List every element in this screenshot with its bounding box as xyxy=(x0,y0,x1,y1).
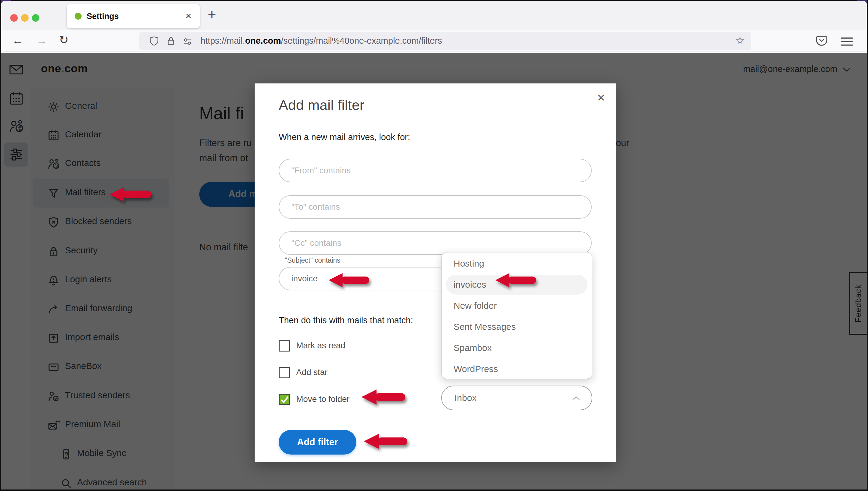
annotation-arrow-subject-invoice xyxy=(325,272,377,288)
add-filter-button[interactable]: Add filter xyxy=(279,430,356,455)
menu-hamburger-icon[interactable] xyxy=(840,37,854,47)
subject-contains-label: "Subject" contains xyxy=(285,256,340,264)
url-path: /settings/mail%40one-example.com/filters xyxy=(281,36,442,46)
close-icon[interactable]: × xyxy=(597,90,605,105)
actions-heading: Then do this with mails that match: xyxy=(279,315,413,325)
tab-favicon xyxy=(75,13,82,20)
tab-settings[interactable]: Settings × xyxy=(67,4,200,28)
annotation-arrow-mail-filters xyxy=(110,186,155,202)
permissions-icon[interactable] xyxy=(183,38,193,45)
chevron-up-icon xyxy=(572,396,580,401)
checkbox-unchecked[interactable] xyxy=(279,340,290,351)
cc-contains-field[interactable] xyxy=(279,231,592,255)
close-window-button[interactable] xyxy=(10,14,18,22)
annotation-arrow-add-filter xyxy=(364,433,411,450)
back-button[interactable]: ← xyxy=(12,32,24,48)
to-contains-field[interactable] xyxy=(279,195,592,219)
cc-contains-input[interactable] xyxy=(279,231,592,255)
annotation-arrow-move-to-folder xyxy=(361,389,410,405)
reload-button[interactable]: ↻ xyxy=(59,32,69,48)
tab-strip: Settings × + xyxy=(1,1,867,30)
browser-toolbar: ← → ↻ https://mail.one.com/settings/mail… xyxy=(1,30,867,52)
folder-select-value: Inbox xyxy=(455,393,476,403)
folder-option-wordpress[interactable]: WordPress xyxy=(441,358,592,379)
tracking-shield-icon[interactable] xyxy=(149,36,159,46)
folder-option-new-folder[interactable]: New folder xyxy=(441,295,592,316)
url-prefix: https://mail. xyxy=(200,36,245,46)
browser-window: Settings × + ← → ↻ https://mail.one.com/… xyxy=(1,1,867,490)
maximize-window-button[interactable] xyxy=(32,14,39,22)
pocket-icon[interactable] xyxy=(815,34,828,48)
annotation-arrow-invoices-option xyxy=(494,272,541,288)
minimize-window-button[interactable] xyxy=(21,14,29,22)
folder-option-sent-messages[interactable]: Sent Messages xyxy=(441,316,592,337)
page-viewport: one.com mail@one-example.com @ xyxy=(1,53,867,490)
lock-icon[interactable] xyxy=(166,36,176,46)
to-contains-input[interactable] xyxy=(279,195,592,219)
from-contains-input[interactable] xyxy=(279,159,592,182)
url-text[interactable]: https://mail.one.com/settings/mail%40one… xyxy=(200,36,442,46)
folder-option-spambox[interactable]: Spambox xyxy=(441,337,592,358)
bookmark-star-icon[interactable]: ☆ xyxy=(736,34,745,47)
checkbox-checked[interactable] xyxy=(279,394,290,405)
from-contains-field[interactable] xyxy=(279,159,592,182)
folder-dropdown-list: Hosting invoices New folder Sent Message… xyxy=(441,252,592,379)
url-bar[interactable]: https://mail.one.com/settings/mail%40one… xyxy=(139,32,751,50)
folder-select[interactable]: Inbox xyxy=(441,385,592,410)
checkmark-icon xyxy=(280,396,289,404)
tab-close-icon[interactable]: × xyxy=(185,10,191,22)
screenshot-root: Settings × + ← → ↻ https://mail.one.com/… xyxy=(0,0,868,491)
tab-title: Settings xyxy=(87,12,119,21)
new-tab-button[interactable]: + xyxy=(208,6,216,24)
checkbox-unchecked[interactable] xyxy=(279,367,290,378)
folder-option-hosting[interactable]: Hosting xyxy=(441,253,592,274)
url-domain: one.com xyxy=(245,36,281,46)
forward-button[interactable]: → xyxy=(36,32,48,48)
conditions-heading: When a new mail arrives, look for: xyxy=(279,132,410,142)
modal-title: Add mail filter xyxy=(279,97,365,113)
